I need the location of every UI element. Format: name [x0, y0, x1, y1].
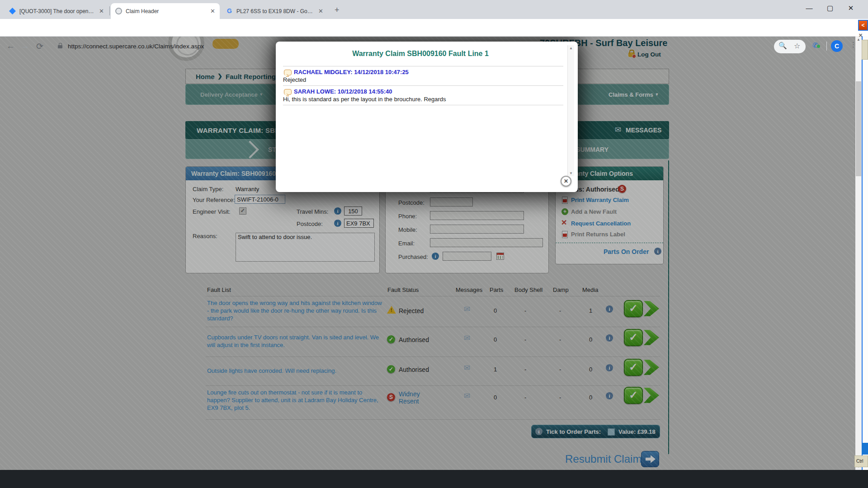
https-padlock-icon[interactable] [58, 45, 62, 48]
message-author: RACHAEL MIDGLEY: 14/12/2018 10:47:25 [294, 69, 409, 75]
google-favicon: G [226, 8, 233, 14]
forward-button[interactable]: → [21, 41, 29, 51]
ctrl-label: Ctrl [856, 459, 863, 464]
tab-separator [109, 6, 110, 15]
window-maximize-button[interactable]: ▢ [820, 0, 840, 16]
extension-collapse-button[interactable]: < [858, 20, 868, 31]
tab-claim-header[interactable]: Claim Header ✕ [111, 3, 220, 19]
divider [283, 85, 563, 86]
page-scrollbar[interactable]: ▲ ▼ [855, 36, 862, 470]
extension-phone-icon[interactable]: ✆ [812, 41, 818, 50]
divider [283, 66, 563, 66]
tab-strip: [QUOT-3000] The door opens th ✕ Claim He… [0, 0, 868, 19]
extension-ctrl-hint: Ctrl [854, 455, 868, 467]
tab-close-icon[interactable]: ✕ [99, 8, 104, 14]
speech-bubble-icon [284, 89, 292, 95]
scroll-up-icon[interactable]: ▲ [568, 46, 574, 50]
toolbar-separator [826, 42, 827, 51]
fault-messages-modal: Warranty Claim SBH009160 Fault Line 1 RA… [276, 42, 578, 192]
profile-avatar[interactable]: C [831, 40, 843, 52]
extension-blue-block [862, 443, 868, 455]
modal-title: Warranty Claim SBH009160 Fault Line 1 [276, 50, 565, 58]
speech-bubble-icon [284, 70, 292, 75]
browser-toolbar: ← → ⟳ https://connect.supercare.co.uk/Cl… [0, 19, 868, 37]
divider [283, 105, 563, 105]
extension-close-icon[interactable]: ✕ [859, 33, 863, 38]
scroll-down-icon[interactable]: ▼ [568, 171, 574, 175]
back-button[interactable]: ← [6, 41, 15, 51]
globe-favicon [115, 8, 122, 14]
message-author: SARAH LOWE: 10/12/2018 14:55:40 [294, 88, 392, 95]
tab-google-maps[interactable]: G PL27 6SS to EX19 8DW - Google ✕ [222, 3, 328, 19]
new-tab-button[interactable]: + [335, 5, 340, 15]
tab-close-icon[interactable]: ✕ [210, 8, 215, 14]
extension-edge-strip [862, 36, 868, 470]
url-bar[interactable]: https://connect.supercare.co.uk/Claims/i… [68, 43, 204, 50]
zoom-icon[interactable]: 🔍 [778, 42, 787, 50]
tab-close-icon[interactable]: ✕ [318, 8, 323, 14]
scrollbar-thumb[interactable] [856, 81, 861, 176]
tab-title: [QUOT-3000] The door opens th [19, 8, 95, 14]
jira-favicon [9, 8, 16, 14]
tab-quot-3000[interactable]: [QUOT-3000] The door opens th ✕ [5, 3, 108, 19]
message-body: Rejected [283, 76, 306, 83]
window-minimize-button[interactable]: — [799, 0, 820, 16]
screen: 70SURFBH - Surf Bay Leisure Log Out Home… [0, 0, 868, 488]
modal-scrollbar[interactable]: ▲ ▼ [567, 45, 574, 176]
tab-title: Claim Header [126, 8, 207, 14]
extension-panel-block [862, 40, 868, 60]
refresh-button[interactable]: ⟳ [36, 41, 43, 52]
taskbar: ✂ ☎ )) ENG 14:56 17/12/2018 1 [0, 470, 868, 488]
bookmark-star-icon[interactable]: ☆ [794, 42, 800, 50]
tab-title: PL27 6SS to EX19 8DW - Google [236, 8, 315, 14]
message-body: Hi, this is standard as per the layout i… [283, 96, 446, 103]
window-close-button[interactable]: ✕ [840, 0, 861, 16]
modal-close-button[interactable]: ✕ [561, 176, 571, 187]
